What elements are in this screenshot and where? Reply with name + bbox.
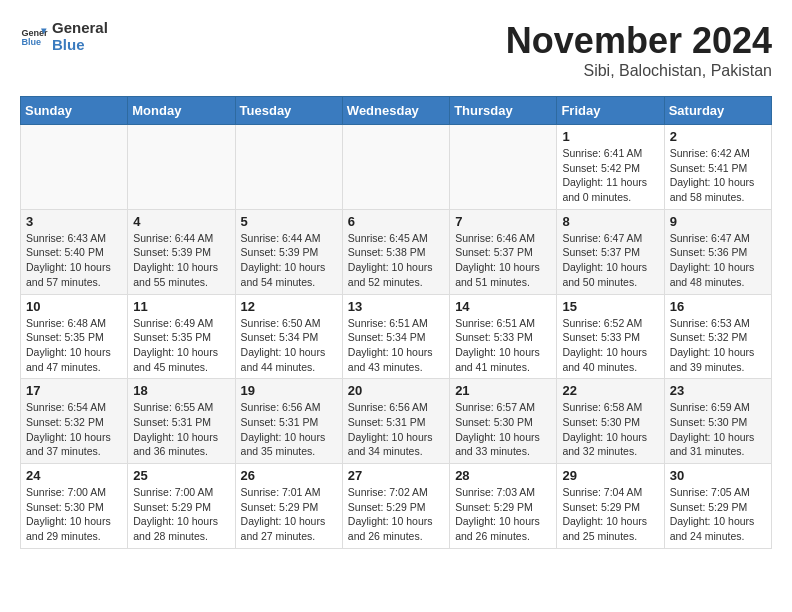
day-number: 19 bbox=[241, 383, 337, 398]
day-number: 7 bbox=[455, 214, 551, 229]
calendar-cell bbox=[128, 125, 235, 210]
calendar-week-row: 24Sunrise: 7:00 AM Sunset: 5:30 PM Dayli… bbox=[21, 464, 772, 549]
weekday-header-sunday: Sunday bbox=[21, 97, 128, 125]
calendar-table: SundayMondayTuesdayWednesdayThursdayFrid… bbox=[20, 96, 772, 549]
day-number: 26 bbox=[241, 468, 337, 483]
day-info: Sunrise: 6:57 AM Sunset: 5:30 PM Dayligh… bbox=[455, 400, 551, 459]
day-number: 15 bbox=[562, 299, 658, 314]
weekday-header-wednesday: Wednesday bbox=[342, 97, 449, 125]
day-number: 28 bbox=[455, 468, 551, 483]
day-info: Sunrise: 6:51 AM Sunset: 5:34 PM Dayligh… bbox=[348, 316, 444, 375]
logo-blue-text: Blue bbox=[52, 37, 108, 54]
weekday-header-saturday: Saturday bbox=[664, 97, 771, 125]
page-header: General Blue General Blue November 2024 … bbox=[20, 20, 772, 80]
day-info: Sunrise: 6:56 AM Sunset: 5:31 PM Dayligh… bbox=[348, 400, 444, 459]
weekday-header-tuesday: Tuesday bbox=[235, 97, 342, 125]
day-number: 9 bbox=[670, 214, 766, 229]
calendar-cell: 30Sunrise: 7:05 AM Sunset: 5:29 PM Dayli… bbox=[664, 464, 771, 549]
day-number: 8 bbox=[562, 214, 658, 229]
day-number: 29 bbox=[562, 468, 658, 483]
weekday-header-row: SundayMondayTuesdayWednesdayThursdayFrid… bbox=[21, 97, 772, 125]
day-info: Sunrise: 6:47 AM Sunset: 5:36 PM Dayligh… bbox=[670, 231, 766, 290]
calendar-week-row: 3Sunrise: 6:43 AM Sunset: 5:40 PM Daylig… bbox=[21, 209, 772, 294]
day-number: 12 bbox=[241, 299, 337, 314]
calendar-cell: 1Sunrise: 6:41 AM Sunset: 5:42 PM Daylig… bbox=[557, 125, 664, 210]
day-number: 24 bbox=[26, 468, 122, 483]
day-info: Sunrise: 7:01 AM Sunset: 5:29 PM Dayligh… bbox=[241, 485, 337, 544]
calendar-cell: 11Sunrise: 6:49 AM Sunset: 5:35 PM Dayli… bbox=[128, 294, 235, 379]
title-block: November 2024 Sibi, Balochistan, Pakista… bbox=[506, 20, 772, 80]
day-number: 6 bbox=[348, 214, 444, 229]
calendar-week-row: 10Sunrise: 6:48 AM Sunset: 5:35 PM Dayli… bbox=[21, 294, 772, 379]
calendar-cell: 10Sunrise: 6:48 AM Sunset: 5:35 PM Dayli… bbox=[21, 294, 128, 379]
day-number: 25 bbox=[133, 468, 229, 483]
logo: General Blue General Blue bbox=[20, 20, 108, 53]
day-number: 21 bbox=[455, 383, 551, 398]
calendar-cell: 2Sunrise: 6:42 AM Sunset: 5:41 PM Daylig… bbox=[664, 125, 771, 210]
day-number: 13 bbox=[348, 299, 444, 314]
calendar-cell: 19Sunrise: 6:56 AM Sunset: 5:31 PM Dayli… bbox=[235, 379, 342, 464]
day-info: Sunrise: 7:02 AM Sunset: 5:29 PM Dayligh… bbox=[348, 485, 444, 544]
calendar-cell bbox=[450, 125, 557, 210]
calendar-cell: 28Sunrise: 7:03 AM Sunset: 5:29 PM Dayli… bbox=[450, 464, 557, 549]
day-number: 17 bbox=[26, 383, 122, 398]
day-number: 20 bbox=[348, 383, 444, 398]
day-info: Sunrise: 6:47 AM Sunset: 5:37 PM Dayligh… bbox=[562, 231, 658, 290]
day-info: Sunrise: 6:48 AM Sunset: 5:35 PM Dayligh… bbox=[26, 316, 122, 375]
logo-icon: General Blue bbox=[20, 23, 48, 51]
calendar-cell: 3Sunrise: 6:43 AM Sunset: 5:40 PM Daylig… bbox=[21, 209, 128, 294]
calendar-cell: 17Sunrise: 6:54 AM Sunset: 5:32 PM Dayli… bbox=[21, 379, 128, 464]
day-info: Sunrise: 7:05 AM Sunset: 5:29 PM Dayligh… bbox=[670, 485, 766, 544]
calendar-cell: 4Sunrise: 6:44 AM Sunset: 5:39 PM Daylig… bbox=[128, 209, 235, 294]
day-info: Sunrise: 6:45 AM Sunset: 5:38 PM Dayligh… bbox=[348, 231, 444, 290]
day-number: 4 bbox=[133, 214, 229, 229]
calendar-cell: 16Sunrise: 6:53 AM Sunset: 5:32 PM Dayli… bbox=[664, 294, 771, 379]
day-info: Sunrise: 6:44 AM Sunset: 5:39 PM Dayligh… bbox=[133, 231, 229, 290]
weekday-header-thursday: Thursday bbox=[450, 97, 557, 125]
day-info: Sunrise: 6:54 AM Sunset: 5:32 PM Dayligh… bbox=[26, 400, 122, 459]
calendar-cell: 8Sunrise: 6:47 AM Sunset: 5:37 PM Daylig… bbox=[557, 209, 664, 294]
day-info: Sunrise: 6:49 AM Sunset: 5:35 PM Dayligh… bbox=[133, 316, 229, 375]
day-info: Sunrise: 6:51 AM Sunset: 5:33 PM Dayligh… bbox=[455, 316, 551, 375]
day-info: Sunrise: 6:55 AM Sunset: 5:31 PM Dayligh… bbox=[133, 400, 229, 459]
day-info: Sunrise: 6:44 AM Sunset: 5:39 PM Dayligh… bbox=[241, 231, 337, 290]
day-info: Sunrise: 6:42 AM Sunset: 5:41 PM Dayligh… bbox=[670, 146, 766, 205]
day-info: Sunrise: 6:58 AM Sunset: 5:30 PM Dayligh… bbox=[562, 400, 658, 459]
calendar-cell: 23Sunrise: 6:59 AM Sunset: 5:30 PM Dayli… bbox=[664, 379, 771, 464]
day-number: 14 bbox=[455, 299, 551, 314]
svg-text:Blue: Blue bbox=[21, 37, 41, 47]
day-number: 2 bbox=[670, 129, 766, 144]
calendar-cell: 29Sunrise: 7:04 AM Sunset: 5:29 PM Dayli… bbox=[557, 464, 664, 549]
day-number: 23 bbox=[670, 383, 766, 398]
day-number: 1 bbox=[562, 129, 658, 144]
calendar-cell: 15Sunrise: 6:52 AM Sunset: 5:33 PM Dayli… bbox=[557, 294, 664, 379]
calendar-cell: 22Sunrise: 6:58 AM Sunset: 5:30 PM Dayli… bbox=[557, 379, 664, 464]
calendar-cell bbox=[21, 125, 128, 210]
day-number: 3 bbox=[26, 214, 122, 229]
day-number: 16 bbox=[670, 299, 766, 314]
calendar-cell: 27Sunrise: 7:02 AM Sunset: 5:29 PM Dayli… bbox=[342, 464, 449, 549]
calendar-cell: 6Sunrise: 6:45 AM Sunset: 5:38 PM Daylig… bbox=[342, 209, 449, 294]
day-number: 27 bbox=[348, 468, 444, 483]
day-info: Sunrise: 6:53 AM Sunset: 5:32 PM Dayligh… bbox=[670, 316, 766, 375]
calendar-cell: 20Sunrise: 6:56 AM Sunset: 5:31 PM Dayli… bbox=[342, 379, 449, 464]
calendar-cell: 13Sunrise: 6:51 AM Sunset: 5:34 PM Dayli… bbox=[342, 294, 449, 379]
calendar-cell: 26Sunrise: 7:01 AM Sunset: 5:29 PM Dayli… bbox=[235, 464, 342, 549]
day-info: Sunrise: 7:04 AM Sunset: 5:29 PM Dayligh… bbox=[562, 485, 658, 544]
calendar-week-row: 1Sunrise: 6:41 AM Sunset: 5:42 PM Daylig… bbox=[21, 125, 772, 210]
day-info: Sunrise: 7:00 AM Sunset: 5:30 PM Dayligh… bbox=[26, 485, 122, 544]
location-subtitle: Sibi, Balochistan, Pakistan bbox=[506, 62, 772, 80]
day-number: 30 bbox=[670, 468, 766, 483]
weekday-header-friday: Friday bbox=[557, 97, 664, 125]
calendar-cell bbox=[235, 125, 342, 210]
calendar-cell: 24Sunrise: 7:00 AM Sunset: 5:30 PM Dayli… bbox=[21, 464, 128, 549]
day-number: 18 bbox=[133, 383, 229, 398]
logo-general-text: General bbox=[52, 20, 108, 37]
calendar-cell: 12Sunrise: 6:50 AM Sunset: 5:34 PM Dayli… bbox=[235, 294, 342, 379]
day-info: Sunrise: 6:56 AM Sunset: 5:31 PM Dayligh… bbox=[241, 400, 337, 459]
day-info: Sunrise: 6:46 AM Sunset: 5:37 PM Dayligh… bbox=[455, 231, 551, 290]
month-title: November 2024 bbox=[506, 20, 772, 62]
calendar-cell: 18Sunrise: 6:55 AM Sunset: 5:31 PM Dayli… bbox=[128, 379, 235, 464]
day-number: 22 bbox=[562, 383, 658, 398]
calendar-cell: 21Sunrise: 6:57 AM Sunset: 5:30 PM Dayli… bbox=[450, 379, 557, 464]
